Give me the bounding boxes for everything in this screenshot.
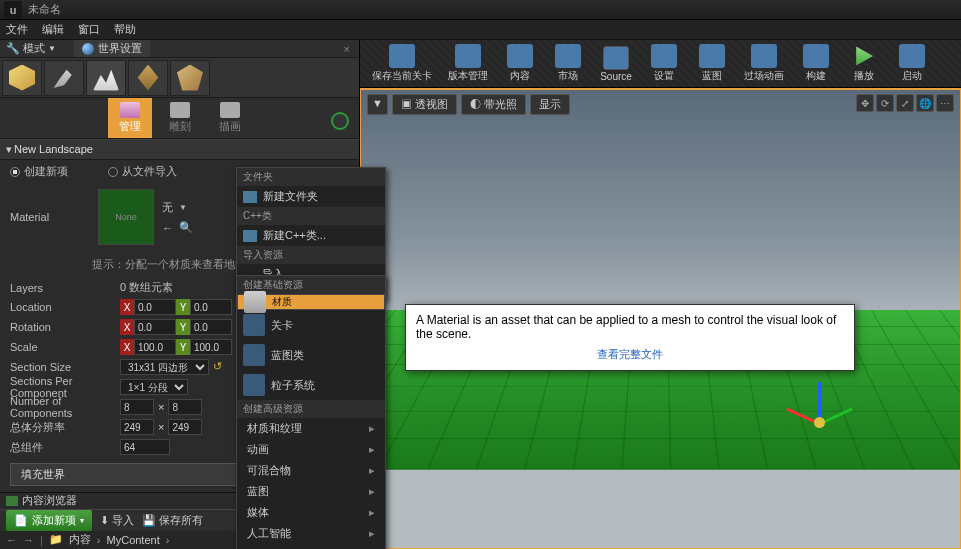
close-tab-icon[interactable]: × xyxy=(341,43,353,55)
content-icon xyxy=(507,44,533,68)
source-icon xyxy=(603,46,629,70)
am-blueprint[interactable]: 蓝图类 xyxy=(237,340,385,370)
vp-scale-tool[interactable]: ⤢ xyxy=(896,94,914,112)
paint-icon xyxy=(220,102,240,118)
am-material[interactable]: 材质 xyxy=(237,294,385,310)
axis-y-icon: Y xyxy=(176,319,190,335)
search-icon[interactable]: 🔍 xyxy=(179,221,193,234)
modes-label: 模式 xyxy=(23,41,45,56)
chevron-down-icon: ▾ xyxy=(80,516,84,525)
mode-paint[interactable] xyxy=(44,60,84,96)
scale-y-input[interactable] xyxy=(190,339,232,355)
menu-window[interactable]: 窗口 xyxy=(78,22,100,37)
forward-icon[interactable]: → xyxy=(23,534,34,546)
subtab-manage[interactable]: 管理 xyxy=(108,98,152,138)
total-components-input[interactable] xyxy=(120,439,170,455)
vp-more-tool[interactable]: ⋯ xyxy=(936,94,954,112)
am-adv-media[interactable]: 媒体▸ xyxy=(237,502,385,523)
am-adv-ai[interactable]: 人工智能▸ xyxy=(237,523,385,544)
vp-globe-tool[interactable]: 🌐 xyxy=(916,94,934,112)
option-create-new[interactable]: 创建新项 xyxy=(10,164,68,179)
subtab-sculpt[interactable]: 雕刻 xyxy=(158,98,202,138)
toolbar-source[interactable]: Source xyxy=(594,44,638,84)
viewport-lit-button[interactable]: ◐ 带光照 xyxy=(461,94,526,115)
cm-new-cpp[interactable]: 新建C++类... xyxy=(237,225,385,246)
camera-icon: ▣ xyxy=(401,98,415,110)
title-bar: u 未命名 xyxy=(0,0,961,20)
subtab-paint[interactable]: 描画 xyxy=(208,98,252,138)
location-x-input[interactable] xyxy=(134,299,176,315)
viewport-show-button[interactable]: 显示 xyxy=(530,94,570,115)
am-header-advanced: 创建高级资源 xyxy=(237,400,385,418)
am-adv-materialtex[interactable]: 材质和纹理▸ xyxy=(237,418,385,439)
option-import-file[interactable]: 从文件导入 xyxy=(108,164,177,179)
import-button[interactable]: ⬇导入 xyxy=(100,513,134,528)
toolbar-blueprint[interactable]: 蓝图 xyxy=(690,42,734,85)
am-adv-animation[interactable]: 动画▸ xyxy=(237,439,385,460)
world-settings-tab[interactable]: 世界设置 xyxy=(74,40,150,57)
vp-rotate-tool[interactable]: ⟳ xyxy=(876,94,894,112)
scale-x-input[interactable] xyxy=(134,339,176,355)
light-icon: ◐ xyxy=(470,98,484,110)
am-adv-blendable[interactable]: 可混合物▸ xyxy=(237,460,385,481)
modes-header: 🔧 模式 ▼ 世界设置 × xyxy=(0,40,359,58)
toolbar-save-level[interactable]: 保存当前关卡 xyxy=(366,42,438,85)
marketplace-icon xyxy=(555,44,581,68)
menu-edit[interactable]: 编辑 xyxy=(42,22,64,37)
am-level[interactable]: 关卡 xyxy=(237,310,385,340)
viewport-perspective-button[interactable]: ▣ 透视图 xyxy=(392,94,457,115)
spc-select[interactable]: 1×1 分段 xyxy=(120,379,188,395)
numcomp-x-input[interactable] xyxy=(120,399,154,415)
vp-move-tool[interactable]: ✥ xyxy=(856,94,874,112)
mode-landscape[interactable] xyxy=(86,60,126,96)
cpp-icon xyxy=(243,230,257,242)
arrow-left-icon[interactable]: ← xyxy=(162,222,173,234)
material-thumbnail[interactable]: None xyxy=(98,189,154,245)
res-y-input[interactable] xyxy=(168,419,202,435)
transform-gizmo[interactable] xyxy=(790,368,850,428)
am-particles[interactable]: 粒子系统 xyxy=(237,370,385,400)
toolbar-cinematics[interactable]: 过场动画 xyxy=(738,42,790,85)
viewport-options-button[interactable]: ▼ xyxy=(367,94,388,115)
modes-dropdown[interactable]: 🔧 模式 ▼ xyxy=(6,41,56,56)
path-folder[interactable]: MyContent xyxy=(107,534,160,546)
menu-file[interactable]: 文件 xyxy=(6,22,28,37)
gear-icon xyxy=(651,44,677,68)
radio-off-icon xyxy=(108,167,118,177)
toolbar-settings[interactable]: 设置 xyxy=(642,42,686,85)
section-size-select[interactable]: 31x31 四边形 xyxy=(120,359,209,375)
toolbar-launch[interactable]: 启动 xyxy=(890,42,934,85)
toolbar-source-control[interactable]: 版本管理 xyxy=(442,42,494,85)
cm-header-folder: 文件夹 xyxy=(237,168,385,186)
tooltip-link[interactable]: 查看完整文件 xyxy=(416,347,844,362)
path-root[interactable]: 内容 xyxy=(69,532,91,547)
toolbar-content[interactable]: 内容 xyxy=(498,42,542,85)
mode-foliage[interactable] xyxy=(128,60,168,96)
save-icon xyxy=(389,44,415,68)
add-new-button[interactable]: 📄 添加新项 ▾ xyxy=(6,510,92,531)
gradient-icon[interactable] xyxy=(331,112,349,130)
numcomp-y-input[interactable] xyxy=(168,399,202,415)
section-new-landscape[interactable]: ▾New Landscape xyxy=(0,139,359,160)
menu-help[interactable]: 帮助 xyxy=(114,22,136,37)
mode-geometry[interactable] xyxy=(170,60,210,96)
rotation-y-input[interactable] xyxy=(190,319,232,335)
rotation-x-input[interactable] xyxy=(134,319,176,335)
mode-place[interactable] xyxy=(2,60,42,96)
am-adv-physics[interactable]: 物理▸ xyxy=(237,544,385,549)
chevron-down-icon[interactable]: ▼ xyxy=(179,203,187,212)
back-icon[interactable]: ← xyxy=(6,534,17,546)
toolbar-play[interactable]: 播放 xyxy=(842,42,886,85)
location-y-input[interactable] xyxy=(190,299,232,315)
axis-x-icon: X xyxy=(120,299,134,315)
save-all-button[interactable]: 💾保存所有 xyxy=(142,513,203,528)
blueprint-icon xyxy=(699,44,725,68)
toolbar-marketplace[interactable]: 市场 xyxy=(546,42,590,85)
folder-icon[interactable]: 📁 xyxy=(49,533,63,546)
toolbar-build[interactable]: 构建 xyxy=(794,42,838,85)
cm-new-folder[interactable]: 新建文件夹 xyxy=(237,186,385,207)
cm-header-cpp: C++类 xyxy=(237,207,385,225)
reset-icon[interactable]: ↺ xyxy=(213,360,227,374)
am-adv-blueprint[interactable]: 蓝图▸ xyxy=(237,481,385,502)
res-x-input[interactable] xyxy=(120,419,154,435)
